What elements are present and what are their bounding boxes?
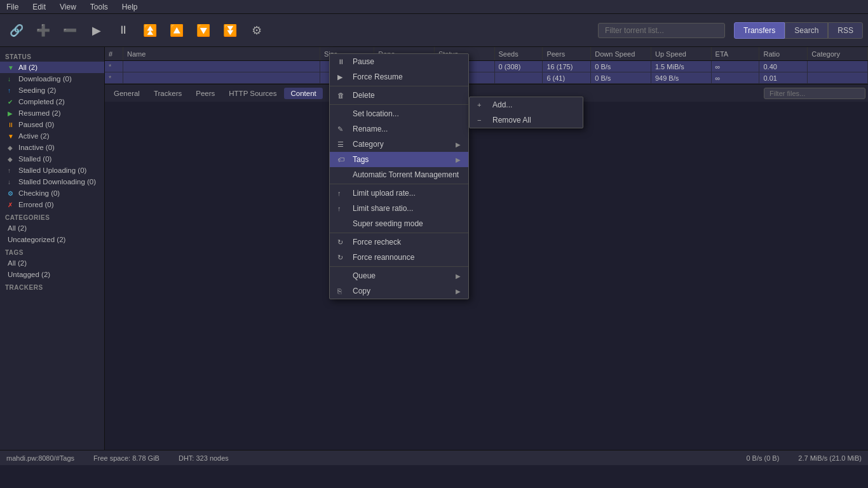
col-name[interactable]: Name	[123, 47, 320, 60]
ctx-auto-label: Automatic Torrent Management	[353, 170, 459, 179]
td-up-2: 949 B/s	[651, 72, 712, 83]
col-seeds[interactable]: Seeds	[495, 47, 543, 60]
sidebar-cat-uncategorized[interactable]: Uncategorized (2)	[0, 234, 104, 245]
ctx-queue-label: Queue	[353, 271, 376, 280]
tab-content[interactable]: Content	[284, 88, 322, 99]
remove-button[interactable]: ➖	[58, 19, 81, 42]
tab-search[interactable]: Search	[785, 22, 828, 39]
filter-input[interactable]	[598, 23, 725, 38]
ctx-force-resume-icon: ▶	[337, 73, 348, 81]
col-ratio[interactable]: Ratio	[759, 47, 808, 60]
sidebar-downloading-label: Downloading (0)	[18, 75, 72, 83]
ctx-rename[interactable]: ✎ Rename...	[330, 121, 468, 137]
sidebar-seeding-label: Seeding (2)	[18, 86, 56, 94]
ctx-limit-upload[interactable]: ↑ Limit upload rate...	[330, 186, 468, 201]
files-filter-input[interactable]	[764, 88, 865, 99]
ctx-force-resume[interactable]: ▶ Force Resume	[330, 69, 468, 85]
status-transfer: 2.7 MiB/s (21.0 MiB)	[798, 454, 862, 462]
sidebar-tag-all[interactable]: All (2)	[0, 257, 104, 269]
col-num[interactable]: #	[105, 47, 123, 60]
ctx-tags-remove-all[interactable]: − Remove All	[470, 112, 583, 128]
col-peers[interactable]: Peers	[543, 47, 591, 60]
ctx-super-seeding[interactable]: Super seeding mode	[330, 216, 468, 231]
sidebar-item-seeding[interactable]: ↑ Seeding (2)	[0, 85, 104, 96]
ctx-super-seeding-label: Super seeding mode	[353, 219, 423, 228]
sidebar-item-resumed[interactable]: ▶ Resumed (2)	[0, 107, 104, 119]
sidebar-inactive-label: Inactive (0)	[18, 144, 55, 151]
sidebar-item-all[interactable]: ▼ All (2)	[0, 62, 104, 73]
col-eta[interactable]: ETA	[712, 47, 760, 60]
down-button[interactable]: 🔽	[192, 19, 215, 42]
tab-transfers[interactable]: Transfers	[734, 22, 785, 39]
add-button[interactable]: ➕	[32, 19, 55, 42]
ctx-force-reannounce[interactable]: ↻ Force reannounce	[330, 250, 468, 265]
sidebar-item-completed[interactable]: ✔ Completed (2)	[0, 96, 104, 107]
sidebar-item-inactive[interactable]: ◆ Inactive (0)	[0, 142, 104, 153]
tags-section-title: TAGS	[0, 245, 104, 257]
sidebar-all-label: All (2)	[18, 64, 37, 71]
all-icon: ▼	[8, 64, 15, 71]
ctx-sep-4	[330, 233, 468, 233]
sidebar-stalled-label: Stalled (0)	[18, 155, 51, 163]
sidebar-active-label: Active (2)	[18, 132, 50, 140]
ctx-tags[interactable]: 🏷 Tags ▶	[330, 152, 468, 167]
options-button[interactable]: ⚙	[245, 19, 268, 42]
menubar: File Edit View Tools Help	[0, 0, 868, 14]
table-header: # Name Size Done Status Seeds Peers Down…	[105, 47, 868, 61]
ctx-pause[interactable]: ⏸ Pause	[330, 54, 468, 69]
tab-trackers[interactable]: Trackers	[147, 88, 188, 99]
sidebar-item-checking[interactable]: ⚙ Checking (0)	[0, 187, 104, 199]
sidebar-item-downloading[interactable]: ↓ Downloading (0)	[0, 73, 104, 85]
tab-peers[interactable]: Peers	[189, 88, 221, 99]
tab-http-sources[interactable]: HTTP Sources	[222, 88, 283, 99]
sidebar-item-stalled-uploading[interactable]: ↑ Stalled Uploading (0)	[0, 165, 104, 176]
sidebar-tag-untagged[interactable]: Untagged (2)	[0, 269, 104, 280]
td-up-1: 1.5 MiB/s	[651, 61, 712, 72]
ctx-set-location-label: Set location...	[353, 109, 399, 118]
ctx-force-recheck[interactable]: ↻ Force recheck	[330, 234, 468, 250]
ctx-category[interactable]: ☰ Category ▶	[330, 137, 468, 152]
col-category[interactable]: Category	[808, 47, 868, 60]
ctx-auto-torrent[interactable]: Automatic Torrent Management	[330, 167, 468, 182]
tab-rss[interactable]: RSS	[828, 22, 863, 39]
sidebar-item-errored[interactable]: ✗ Errored (0)	[0, 199, 104, 210]
ctx-pause-icon: ⏸	[337, 58, 348, 65]
pause-button[interactable]: ⏸	[112, 19, 135, 42]
sidebar-tag-untagged-label: Untagged (2)	[8, 271, 50, 278]
sidebar-item-stalled-downloading[interactable]: ↓ Stalled Downloading (0)	[0, 176, 104, 187]
ctx-delete[interactable]: 🗑 Delete	[330, 88, 468, 103]
table-row[interactable]: * 6 (41) 0 B/s 949 B/s ∞ 0.01	[105, 72, 868, 84]
sidebar-tag-all-label: All (2)	[8, 259, 27, 267]
ctx-set-location[interactable]: Set location...	[330, 106, 468, 121]
ctx-copy-arrow: ▶	[456, 288, 461, 295]
sidebar-item-paused[interactable]: ⏸ Paused (0)	[0, 119, 104, 130]
menu-edit[interactable]: Edit	[30, 3, 48, 11]
add-torrent-button[interactable]: 🔗	[5, 19, 28, 42]
up-button[interactable]: 🔼	[165, 19, 188, 42]
table-row[interactable]: * 100.0% Seeding 0 (308) 16 (175) 0 B/s …	[105, 61, 868, 72]
resume-button[interactable]: ▶	[85, 19, 108, 42]
menu-file[interactable]: File	[4, 3, 21, 11]
menu-help[interactable]: Help	[119, 3, 140, 11]
menu-view[interactable]: View	[57, 3, 79, 11]
sidebar-cat-all[interactable]: All (2)	[0, 222, 104, 234]
td-name-2	[123, 72, 320, 83]
sidebar-stalled-down-label: Stalled Downloading (0)	[18, 178, 96, 186]
col-up[interactable]: Up Speed	[651, 47, 712, 60]
tab-general[interactable]: General	[107, 88, 146, 99]
top-button[interactable]: ⏫	[139, 19, 161, 42]
bottom-button[interactable]: ⏬	[219, 19, 241, 42]
ctx-pause-label: Pause	[353, 57, 374, 66]
menu-tools[interactable]: Tools	[88, 3, 111, 11]
ctx-sep-2	[330, 104, 468, 105]
sidebar-item-active[interactable]: ▼ Active (2)	[0, 130, 104, 142]
ctx-queue[interactable]: Queue ▶	[330, 268, 468, 283]
ctx-copy[interactable]: ⎘ Copy ▶	[330, 283, 468, 299]
ctx-limit-share[interactable]: ↑ Limit share ratio...	[330, 201, 468, 216]
ctx-tags-arrow: ▶	[456, 156, 461, 163]
sidebar-item-stalled[interactable]: ◆ Stalled (0)	[0, 153, 104, 165]
ctx-tags-add[interactable]: + Add...	[470, 97, 583, 112]
td-peers-2: 6 (41)	[543, 72, 591, 83]
col-down[interactable]: Down Speed	[591, 47, 651, 60]
td-down-1: 0 B/s	[591, 61, 651, 72]
